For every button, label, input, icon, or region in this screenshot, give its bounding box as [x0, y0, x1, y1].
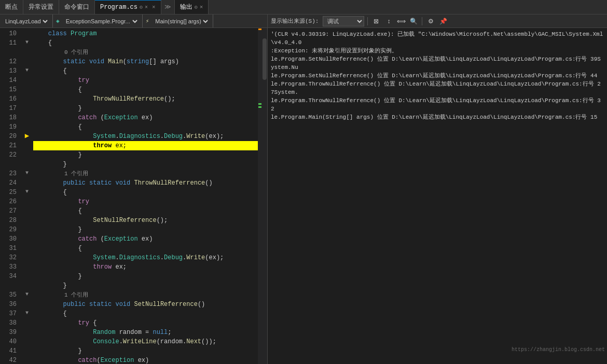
scroll-indicator — [258, 28, 262, 364]
code-line-21-highlighted: throw ex; — [33, 141, 258, 150]
output-line-4: le.Program.SetNullReferrence() 位置 D:\Lea… — [271, 72, 604, 80]
code-line-24: public static void ThrowNullReferrence() — [33, 178, 258, 188]
output-source-select[interactable]: 调试 — [323, 16, 364, 26]
gutter-12 — [21, 56, 33, 65]
gutter-33 — [21, 261, 33, 271]
gutter-20: ▶ — [21, 131, 33, 140]
editor-toolbar: LinqLayzLoad ◈ ExceptionSample.Progr... … — [0, 15, 267, 28]
code-line-40: Console.WriteLine(random.Next()); — [33, 337, 258, 346]
left-tabs: 断点 异常设置 命令窗口 Program.cs ⊙ × × — [0, 0, 161, 14]
toolbar-scroll-button[interactable]: ↕ — [383, 16, 394, 26]
toolbar-clear-button[interactable]: ⊠ — [371, 16, 381, 26]
toolbar-find-button[interactable]: 🔍 — [408, 16, 419, 26]
collapse-11[interactable]: ▼ — [25, 39, 29, 45]
class-dropdown[interactable]: ◈ ExceptionSample.Progr... — [53, 15, 143, 27]
code-line-29: } — [33, 225, 258, 234]
gutter-10 — [21, 28, 33, 37]
tab-close-icon[interactable]: × — [152, 4, 156, 10]
tab-breakpoints-label: 断点 — [5, 3, 18, 11]
toolbar-settings-button[interactable]: ⚙ — [425, 16, 436, 26]
output-pin-icon: ⊙ — [195, 4, 198, 10]
method-select[interactable]: Main(string[] args) — [153, 18, 210, 25]
code-line-11: { — [33, 38, 258, 48]
tab-modified-icon: × — [145, 5, 148, 10]
code-area[interactable]: 10 11 12 13 14 15 16 17 18 19 20 21 22 2… — [0, 28, 267, 364]
gutter-ref2 — [21, 159, 33, 168]
method-icon: ⚡ — [146, 18, 149, 24]
collapse-35[interactable]: ▼ — [25, 291, 29, 297]
code-line-34: } — [33, 272, 258, 281]
class-select[interactable]: ExceptionSample.Progr... — [64, 18, 139, 25]
output-line-7: le.Program.Main(String[] args) 位置 D:\Lea… — [271, 113, 604, 121]
gutter-ref1 — [21, 47, 33, 56]
collapse-25[interactable]: ▼ — [25, 189, 29, 194]
toolbar-pin-button[interactable]: 📌 — [438, 16, 448, 26]
code-line-30: catch (Exception ex) — [33, 234, 258, 244]
code-line-20: System.Diagnostics.Debug.Write(ex); — [33, 132, 258, 141]
namespace-dropdown[interactable]: LinqLayzLoad — [0, 15, 53, 27]
tab-overflow[interactable]: ≫ — [161, 0, 174, 14]
method-dropdown[interactable]: ⚡ Main(string[] args) — [143, 15, 214, 27]
ref-count-main: 0 个引用 — [33, 48, 258, 57]
gutter-16 — [21, 93, 33, 103]
gutter-37: ▼ — [21, 308, 33, 317]
gutter-36 — [21, 299, 33, 308]
code-line-27: { — [33, 206, 258, 216]
output-source-label: 显示输出来源(S): — [271, 17, 319, 25]
gutter-28 — [21, 215, 33, 224]
namespace-select[interactable]: LinqLayzLoad — [3, 18, 49, 25]
gutter-27 — [21, 205, 33, 215]
toolbar-sep-1 — [367, 17, 368, 25]
gutter-14 — [21, 75, 33, 84]
output-line-1: '(CLR v4.0.30319: LinqLayzLoad.exe): 已加载… — [271, 30, 604, 47]
editor-panel: LinqLayzLoad ◈ ExceptionSample.Progr... … — [0, 15, 267, 364]
code-line-37: { — [33, 309, 258, 318]
collapse-23[interactable]: ▼ — [25, 170, 29, 176]
gutter-30 — [21, 233, 33, 243]
code-line-12: static void Main(string[] args) — [33, 57, 258, 66]
tab-command-window[interactable]: 命令窗口 — [59, 0, 95, 14]
gutter-11a: ▼ — [21, 37, 33, 47]
toolbar-word-wrap-button[interactable]: ⟺ — [396, 16, 406, 26]
code-line-18: catch (Exception ex) — [33, 113, 258, 122]
toolbar-sep-2 — [422, 17, 422, 25]
scroll-mark-3 — [258, 106, 261, 108]
scroll-mark-2 — [258, 103, 261, 105]
code-line-19: { — [33, 122, 258, 132]
tab-output[interactable]: 输出 ⊙ × — [175, 0, 209, 14]
gutter-26 — [21, 196, 33, 205]
ref-count-throw: 1 个引用 — [33, 169, 258, 178]
tab-program-cs[interactable]: Program.cs ⊙ × × — [95, 0, 161, 14]
gutter-42 — [21, 355, 33, 364]
gutter-19 — [21, 121, 33, 131]
gutter-23: ▼ — [21, 168, 33, 177]
code-line-36: public static void SetNullReferrence() — [33, 300, 258, 309]
output-line-3: le.Program.SetNullReferrence() 位置 D:\Lea… — [271, 55, 604, 72]
editor-scrollbar-thumb[interactable] — [263, 38, 267, 80]
code-line-38: try { — [33, 318, 258, 328]
gutter: ▼ ▼ ▶ ▼ ▼ — [21, 28, 33, 364]
gutter-ref3 — [21, 280, 33, 289]
editor-scrollbar[interactable] — [262, 28, 267, 364]
code-line-10: class Program — [33, 29, 258, 38]
tab-breakpoints[interactable]: 断点 — [0, 0, 23, 14]
gutter-24 — [21, 177, 33, 187]
code-line-42: catch(Exception ex) — [33, 356, 258, 364]
tab-bar: 断点 异常设置 命令窗口 Program.cs ⊙ × × ≫ 输出 ⊙ × — [0, 0, 607, 15]
gutter-15 — [21, 84, 33, 93]
code-line-41: } — [33, 346, 258, 356]
line-numbers: 10 11 12 13 14 15 16 17 18 19 20 21 22 2… — [0, 28, 21, 364]
current-line-arrow: ▶ — [25, 131, 29, 140]
collapse-37[interactable]: ▼ — [25, 310, 29, 316]
gutter-13: ▼ — [21, 65, 33, 75]
gutter-34 — [21, 271, 33, 280]
output-content[interactable]: '(CLR v4.0.30319: LinqLayzLoad.exe): 已加载… — [268, 28, 607, 364]
code-line-13: { — [33, 66, 258, 76]
ref-count-set: 1 个引用 — [33, 290, 258, 300]
collapse-13[interactable]: ▼ — [25, 67, 29, 73]
tab-exception-settings[interactable]: 异常设置 — [23, 0, 59, 14]
code-line-15: { — [33, 85, 258, 94]
output-line-5: le.Program.ThrowNullReferrence() 位置 D:\L… — [271, 80, 604, 96]
output-close-icon[interactable]: × — [200, 4, 203, 10]
code-line-39: Random random = null; — [33, 328, 258, 337]
